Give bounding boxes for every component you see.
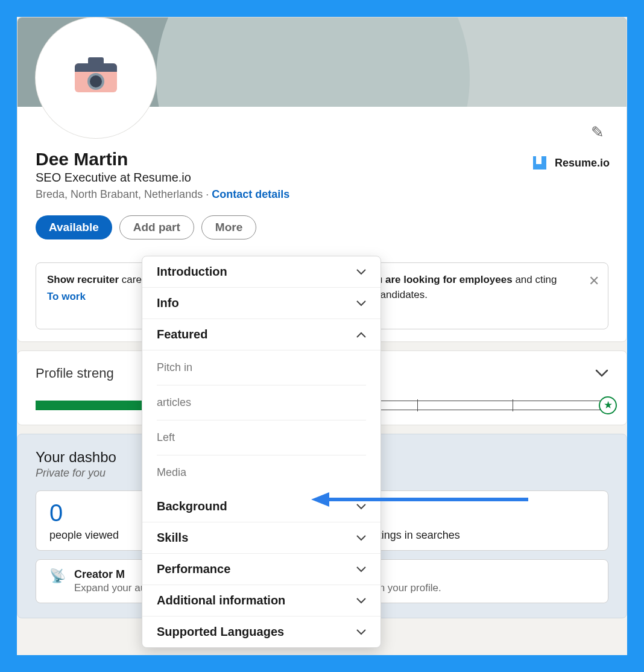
profile-name: Dee Martin [36, 149, 608, 170]
company-logo-icon [533, 156, 546, 170]
menu-info[interactable]: Info [142, 288, 380, 319]
menu-performance[interactable]: Performance [142, 554, 380, 585]
chevron-down-icon [356, 297, 366, 309]
menu-featured-articles[interactable]: articles [157, 385, 366, 420]
menu-featured-media[interactable]: Media [157, 455, 366, 491]
broadcast-icon: 📡 [49, 568, 66, 594]
profile-location: Breda, North Brabant, Netherlands [36, 188, 203, 200]
company-name: Resume.io [555, 157, 610, 170]
chevron-down-icon [595, 369, 608, 378]
menu-skills[interactable]: Skills [142, 522, 380, 554]
menu-supported-languages[interactable]: Supported Languages [142, 617, 380, 647]
profile-headline: SEO Executive at Resume.io [36, 171, 608, 185]
camera-icon [75, 63, 117, 92]
menu-introduction[interactable]: Introduction [142, 256, 380, 288]
available-button[interactable]: Available [36, 215, 112, 239]
location-line: Breda, North Brabant, Netherlands · Cont… [36, 188, 608, 201]
page-frame: ✎ Resume.io Dee Martin SEO Executive at … [17, 17, 627, 655]
add-section-menu: Introduction Info Featured Pitch in arti… [142, 256, 381, 648]
menu-featured-pitchin[interactable]: Pitch in [157, 350, 366, 385]
menu-featured[interactable]: Featured [142, 319, 380, 350]
chevron-down-icon [356, 531, 366, 544]
chevron-down-icon [356, 594, 366, 607]
chevron-up-icon [356, 328, 366, 341]
more-button[interactable]: More [201, 215, 256, 239]
pencil-icon: ✎ [591, 123, 604, 142]
chevron-down-icon [356, 265, 366, 278]
contact-details-link[interactable]: Contact details [212, 188, 289, 200]
company-link[interactable]: Resume.io [533, 156, 610, 170]
chevron-down-icon [356, 563, 366, 575]
menu-additional-info[interactable]: Additional information [142, 585, 380, 617]
chevron-down-icon [356, 500, 366, 513]
add-part-button[interactable]: Add part [119, 215, 194, 239]
menu-background[interactable]: Background [142, 491, 380, 522]
menu-featured-left[interactable]: Left [157, 420, 366, 455]
strength-label: Profile streng [36, 366, 114, 381]
stat-searches[interactable]: 0 listings in searches [355, 490, 608, 551]
to-work-link[interactable]: To work [47, 290, 86, 305]
close-icon[interactable]: ✕ [589, 271, 599, 291]
chevron-down-icon [356, 626, 366, 638]
strength-toggle[interactable] [595, 366, 608, 381]
edit-profile-button[interactable]: ✎ [586, 120, 610, 144]
profile-photo-button[interactable] [36, 17, 156, 138]
star-icon: ★ [599, 396, 617, 414]
